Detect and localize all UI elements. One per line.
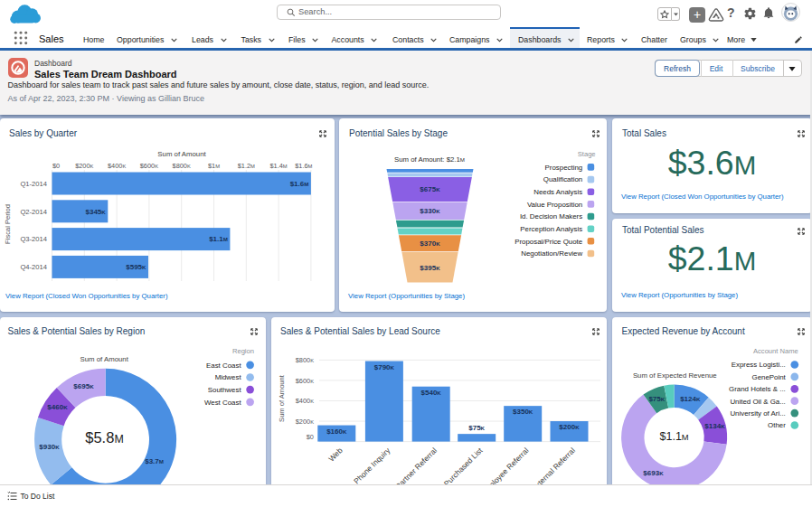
svg-text:Stage: Stage	[577, 150, 595, 158]
svg-text:$400K: $400K	[295, 397, 313, 405]
svg-text:$395K: $395K	[420, 264, 440, 272]
svg-text:$540K: $540K	[420, 389, 441, 397]
svg-text:$330K: $330K	[420, 207, 440, 215]
svg-text:$695K: $695K	[73, 382, 94, 390]
svg-text:$595K: $595K	[126, 263, 146, 271]
svg-text:Midwest: Midwest	[215, 373, 242, 381]
svg-text:Value Proposition: Value Proposition	[526, 201, 581, 209]
svg-text:Grand Hotels & ...: Grand Hotels & ...	[729, 385, 786, 393]
svg-text:$0: $0	[306, 433, 313, 441]
svg-text:$1.4M: $1.4M	[269, 162, 287, 170]
svg-text:East Coast: East Coast	[206, 361, 241, 370]
svg-text:$75K: $75K	[468, 424, 485, 432]
svg-text:$790K: $790K	[373, 363, 394, 371]
svg-text:$675K: $675K	[420, 185, 440, 193]
svg-text:Express Logisti...: Express Logisti...	[732, 361, 786, 369]
svg-text:$400K: $400K	[108, 162, 126, 170]
svg-text:Sum of Amount: $2.1M: Sum of Amount: $2.1M	[394, 155, 465, 164]
svg-text:$200K: $200K	[295, 418, 313, 426]
svg-text:Q3-2014: Q3-2014	[20, 235, 47, 243]
svg-text:Id. Decision Makers: Id. Decision Makers	[519, 212, 581, 221]
svg-text:Account Name: Account Name	[753, 347, 798, 355]
svg-text:Phone Inquiry: Phone Inquiry	[352, 446, 392, 486]
svg-text:Proposal/Price Quote: Proposal/Price Quote	[515, 238, 583, 246]
svg-text:Other: Other	[768, 421, 786, 429]
svg-text:Q1-2014: Q1-2014	[20, 180, 47, 188]
svg-text:Sum of Expected Revenue: Sum of Expected Revenue	[633, 371, 717, 380]
svg-text:$1.2M: $1.2M	[238, 162, 255, 170]
svg-text:Fiscal Period: Fiscal Period	[4, 204, 12, 244]
svg-text:$200K: $200K	[559, 423, 580, 431]
svg-text:University of Ari...: University of Ari...	[730, 409, 785, 418]
svg-text:$800K: $800K	[173, 162, 191, 170]
svg-text:$350K: $350K	[513, 408, 533, 416]
svg-text:$800K: $800K	[295, 356, 313, 364]
svg-text:Perception Analysis: Perception Analysis	[520, 225, 582, 233]
svg-text:$75K: $75K	[648, 395, 665, 403]
svg-text:$1.6M: $1.6M	[295, 162, 312, 170]
svg-text:Region: Region	[232, 347, 254, 355]
svg-text:United Oil & Ga...: United Oil & Ga...	[730, 398, 785, 406]
svg-text:West Coast: West Coast	[204, 399, 241, 407]
svg-text:Purchased List: Purchased List	[441, 446, 484, 488]
svg-text:$0: $0	[52, 162, 60, 170]
svg-text:$930K: $930K	[39, 443, 60, 451]
svg-text:$600K: $600K	[295, 377, 313, 385]
svg-text:Sum of Amount: Sum of Amount	[157, 150, 206, 158]
svg-text:$370K: $370K	[420, 239, 440, 248]
svg-text:Needs Analysis: Needs Analysis	[533, 188, 582, 196]
svg-text:$5.8M: $5.8M	[85, 429, 123, 446]
svg-text:Q2-2014: Q2-2014	[20, 208, 47, 216]
svg-text:$160K: $160K	[326, 427, 347, 436]
svg-text:$693K: $693K	[643, 469, 664, 477]
svg-text:$124K: $124K	[680, 395, 701, 403]
svg-text:Sum of Amount: Sum of Amount	[80, 355, 129, 363]
svg-text:Web: Web	[326, 446, 344, 463]
svg-text:$1M: $1M	[208, 162, 220, 170]
svg-text:$1.1M: $1.1M	[660, 430, 689, 443]
svg-text:Q4-2014: Q4-2014	[20, 263, 47, 271]
svg-text:Prospecting: Prospecting	[544, 164, 582, 172]
svg-text:$134K: $134K	[704, 422, 725, 430]
svg-text:$3.7M: $3.7M	[145, 457, 164, 465]
svg-text:Negotiation/Review: Negotiation/Review	[521, 249, 582, 258]
svg-text:Southwest: Southwest	[208, 386, 242, 394]
svg-text:$1.6M: $1.6M	[290, 180, 309, 188]
svg-text:$460K: $460K	[47, 403, 68, 411]
svg-text:$1.1M: $1.1M	[209, 235, 228, 243]
svg-text:Sum of Amount: Sum of Amount	[278, 374, 286, 422]
svg-text:GenePoint: GenePoint	[752, 373, 787, 381]
svg-text:$200K: $200K	[75, 162, 93, 170]
svg-text:Qualification: Qualification	[543, 175, 581, 183]
svg-text:$345K: $345K	[85, 208, 106, 216]
svg-text:$600K: $600K	[140, 162, 158, 170]
